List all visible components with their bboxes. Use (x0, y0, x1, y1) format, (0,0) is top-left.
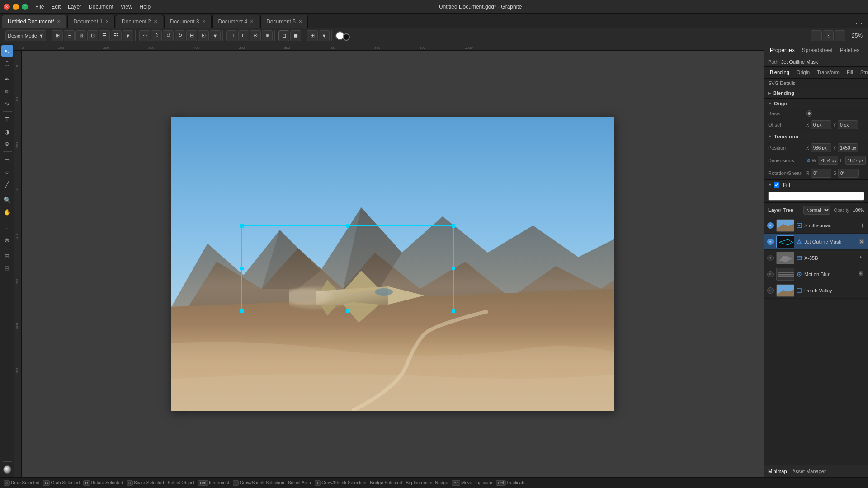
tool-text[interactable]: T (1, 113, 13, 125)
arrange-dropdown[interactable]: ▼ (123, 30, 133, 41)
menu-view[interactable]: View (121, 4, 132, 10)
rotation-input[interactable] (811, 169, 831, 178)
rot-90-btn[interactable]: ↺ (163, 30, 174, 41)
position-y-input[interactable] (838, 143, 858, 152)
layer-jet-outline[interactable]: ● Jet Outline Mask (764, 234, 868, 250)
origin-header[interactable]: ▼ Origin (764, 99, 868, 108)
height-input[interactable] (845, 156, 866, 165)
arrange-btn-5[interactable]: ☰ (99, 30, 110, 41)
design-mode-btn[interactable]: Design Mode ▼ (5, 30, 46, 41)
tab-close-1[interactable]: ✕ (105, 19, 109, 24)
svg-details[interactable]: SVG Details (764, 79, 868, 88)
transform-dropdown[interactable]: ▼ (210, 30, 221, 41)
rot-neg-btn[interactable]: ↻ (175, 30, 185, 41)
subtab-origin[interactable]: Origin (795, 69, 811, 76)
tab-close-5[interactable]: ✕ (298, 19, 302, 24)
fill-header[interactable]: ▼ Fill (764, 180, 868, 190)
layer-arrow-x35b[interactable] (858, 254, 865, 262)
arrange-btn-2[interactable]: ⊟ (64, 30, 75, 41)
layer-smithsonian[interactable]: ● Smithsonian (764, 217, 868, 234)
subtab-fill[interactable]: Fill (845, 69, 855, 76)
tab-close-2[interactable]: ✕ (154, 19, 157, 24)
align-btn[interactable]: ⊞ (186, 30, 197, 41)
menu-help[interactable]: Help (140, 4, 151, 10)
position-x-input[interactable] (811, 143, 831, 152)
bool-union[interactable]: ⊔ (226, 30, 237, 41)
tab-close-4[interactable]: ✕ (250, 19, 254, 24)
close-button[interactable]: ✕ (4, 4, 10, 10)
layer-vis-jet[interactable]: ● (766, 239, 774, 245)
tool-color[interactable] (1, 464, 13, 475)
tab-close-3[interactable]: ✕ (202, 19, 206, 24)
tool-zoom[interactable]: 🔍 (1, 194, 13, 206)
view-normal-btn[interactable]: ◼ (290, 30, 301, 41)
tool-node[interactable]: ⬡ (1, 57, 13, 69)
layer-x35b[interactable]: ○ X-35B (764, 250, 868, 266)
fill-gradient-bar[interactable] (768, 192, 864, 201)
menu-layer[interactable]: Layer (68, 4, 81, 10)
minimize-button[interactable]: − (13, 4, 19, 10)
eye-motion[interactable]: ○ (767, 271, 774, 277)
document-canvas[interactable] (171, 117, 614, 411)
arrange-btn-4[interactable]: ⊡ (87, 30, 98, 41)
snap-dropdown[interactable]: ▼ (319, 30, 330, 41)
tab-doc4[interactable]: Document 4 ✕ (212, 15, 260, 28)
shear-input[interactable] (838, 169, 859, 178)
bool-diff[interactable]: ⊕ (262, 30, 273, 41)
layer-options-smithsonian[interactable] (859, 222, 866, 229)
tab-properties[interactable]: Properties (768, 46, 797, 54)
transform-header[interactable]: ▼ Transform (764, 131, 868, 141)
menu-file[interactable]: File (35, 4, 44, 10)
menu-document[interactable]: Document (89, 4, 113, 10)
layer-vis-death[interactable]: ○ (766, 287, 774, 294)
canvas-viewport[interactable] (22, 51, 764, 477)
tab-asset-manager[interactable]: Asset Manager (793, 469, 826, 474)
bool-subtract[interactable]: ⊓ (238, 30, 249, 41)
layer-death-valley[interactable]: ○ Death Valley (764, 282, 868, 299)
layer-vis-smithsonian[interactable]: ● (766, 222, 774, 229)
tab-minimap[interactable]: Minimap (768, 469, 787, 474)
tab-palettes[interactable]: Palettes (838, 46, 861, 54)
arrange-btn-1[interactable]: ⊞ (52, 30, 63, 41)
window-controls[interactable]: ✕ − □ (4, 4, 28, 10)
tab-spreadsheet[interactable]: Spreadsheet (800, 46, 835, 54)
offset-y-input[interactable] (838, 120, 858, 129)
basis-control[interactable] (806, 110, 812, 117)
subtab-blending[interactable]: Blending (768, 69, 791, 76)
layer-motion-blur[interactable]: ○ Motion Blur (764, 266, 868, 282)
tool-eyedropper[interactable]: ⊕ (1, 138, 13, 150)
tab-doc3[interactable]: Document 3 ✕ (164, 15, 212, 28)
tool-pen[interactable]: ✒ (1, 73, 13, 85)
zoom-in-btn[interactable]: + (835, 30, 845, 41)
maximize-button[interactable]: □ (22, 4, 28, 10)
zoom-fit-btn[interactable]: ⊡ (823, 30, 834, 41)
blending-header[interactable]: ▶ Blending (764, 88, 868, 98)
tool-freehand[interactable]: ✏ (1, 85, 13, 97)
tool-measure[interactable]: ⊞ (1, 250, 13, 262)
tool-select[interactable]: ↖ (1, 45, 13, 57)
eye-smithsonian[interactable]: ● (767, 222, 774, 229)
tool-line[interactable]: ╱ (1, 178, 13, 190)
bool-intersect[interactable]: ⊗ (250, 30, 261, 41)
view-outline-btn[interactable]: ◻ (278, 30, 289, 41)
width-input[interactable] (818, 156, 838, 165)
eye-death[interactable]: ○ (767, 287, 774, 294)
layer-vis-x35b[interactable]: ○ (766, 255, 774, 261)
snap-btn[interactable]: ⊞ (307, 30, 318, 41)
tool-warp[interactable]: ⋯ (1, 222, 13, 234)
subtab-stroke[interactable]: Stroke (859, 69, 868, 76)
tool-rect[interactable]: ▭ (1, 154, 13, 165)
tab-close-untitled[interactable]: ✕ (57, 19, 61, 24)
blend-mode-select[interactable]: Normal Multiply Screen (803, 206, 830, 215)
menu-edit[interactable]: Edit (51, 4, 61, 10)
distribute-btn[interactable]: ⊡ (198, 30, 209, 41)
arrange-btn-6[interactable]: ☷ (111, 30, 122, 41)
tool-spline[interactable]: ∿ (1, 98, 13, 109)
layer-vis-motion[interactable]: ○ (766, 271, 774, 277)
flip-v-btn[interactable]: ⇕ (151, 30, 162, 41)
offset-x-input[interactable] (811, 120, 831, 129)
canvas-area[interactable]: 0 100 200 300 400 500 600 700 800 900 10… (14, 43, 764, 477)
eye-jet[interactable]: ● (767, 239, 774, 245)
zoom-out-btn[interactable]: − (811, 30, 822, 41)
more-tabs-button[interactable]: ⋯ (852, 19, 866, 28)
